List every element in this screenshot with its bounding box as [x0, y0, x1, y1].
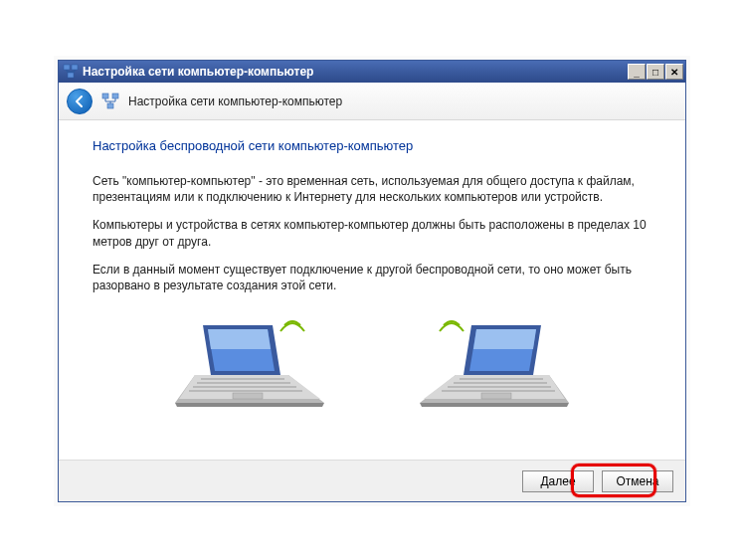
svg-rect-2	[68, 73, 74, 78]
content-heading: Настройка беспроводной сети компьютер-ко…	[93, 138, 651, 153]
svg-rect-8	[112, 93, 118, 98]
window-buttons: _ □ ✕	[627, 64, 683, 80]
svg-rect-9	[107, 103, 113, 108]
svg-marker-30	[420, 403, 569, 407]
laptops-illustration	[93, 307, 651, 417]
next-button[interactable]: Далее	[522, 470, 594, 492]
wizard-header: Настройка сети компьютер-компьютер	[59, 83, 685, 120]
back-button[interactable]	[67, 89, 93, 114]
titlebar-text: Настройка сети компьютер-компьютер	[83, 65, 627, 79]
svg-marker-16	[208, 329, 271, 349]
svg-marker-27	[473, 329, 536, 349]
wizard-header-title: Настройка сети компьютер-компьютер	[128, 94, 342, 108]
wizard-content: Настройка беспроводной сети компьютер-ко…	[59, 120, 685, 417]
content-paragraph-3: Если в данный момент существует подключе…	[93, 262, 651, 293]
content-paragraph-2: Компьютеры и устройства в сетях компьюте…	[93, 217, 651, 249]
svg-rect-24	[233, 393, 263, 399]
svg-rect-7	[102, 93, 108, 98]
titlebar: Настройка сети компьютер-компьютер _ □ ✕	[59, 61, 685, 83]
laptop-left-icon	[173, 307, 342, 417]
close-button[interactable]: ✕	[665, 64, 683, 80]
laptop-right-icon	[402, 307, 571, 417]
svg-rect-1	[72, 65, 78, 70]
svg-rect-0	[64, 65, 70, 70]
svg-rect-35	[481, 393, 511, 399]
wizard-window: Настройка сети компьютер-компьютер _ □ ✕	[58, 60, 686, 502]
maximize-button[interactable]: □	[647, 64, 664, 80]
minimize-button[interactable]: _	[628, 64, 646, 80]
network-icon	[100, 92, 120, 111]
cancel-button[interactable]: Отмена	[602, 470, 673, 492]
wizard-footer: Далее Отмена	[59, 460, 685, 501]
titlebar-icon	[63, 64, 79, 80]
svg-marker-19	[175, 403, 324, 407]
content-paragraph-1: Сеть "компьютер-компьютер" - это временн…	[93, 173, 651, 205]
